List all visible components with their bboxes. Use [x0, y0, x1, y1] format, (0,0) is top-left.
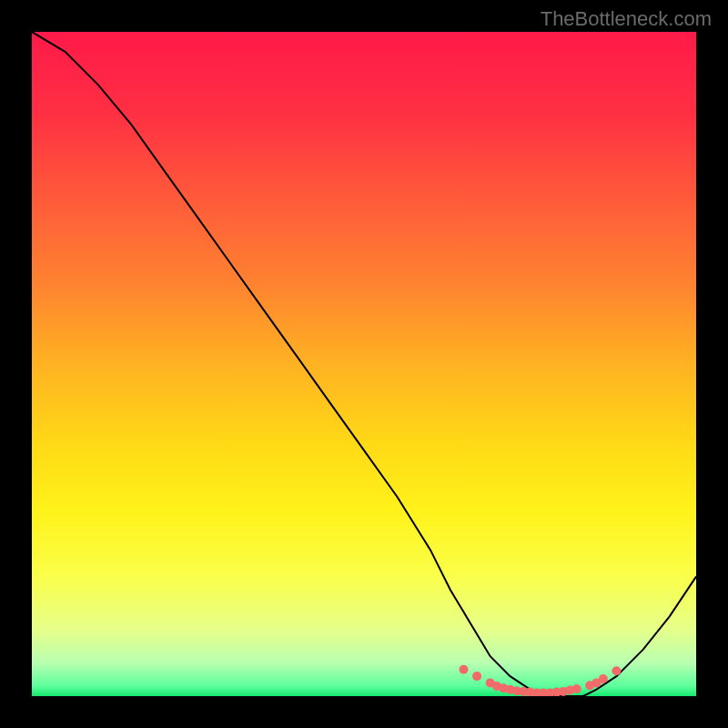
chart-svg [32, 32, 696, 696]
plot-area [32, 32, 696, 696]
marker-dot [599, 674, 608, 683]
marker-dot [472, 672, 481, 681]
gradient-background [32, 32, 696, 696]
marker-dot [460, 665, 469, 674]
marker-dot [572, 684, 581, 693]
marker-dot [612, 666, 621, 675]
watermark-text: TheBottleneck.com [541, 7, 712, 31]
